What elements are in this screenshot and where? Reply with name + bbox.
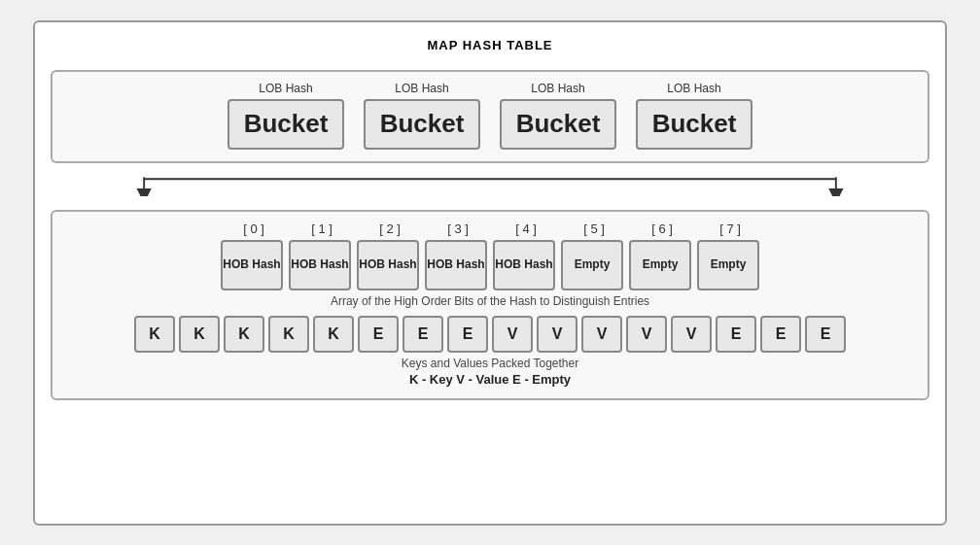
kv-cell-10: V <box>581 316 622 353</box>
lob-label-3: LOB Hash <box>667 82 720 95</box>
hob-index-3: [ 3 ] <box>427 221 489 236</box>
bottom-section: [ 0 ][ 1 ][ 2 ][ 3 ][ 4 ][ 5 ][ 6 ][ 7 ]… <box>51 210 929 400</box>
kv-cell-13: E <box>716 316 756 353</box>
kv-cell-8: V <box>492 316 533 353</box>
kv-cell-2: K <box>224 316 264 353</box>
hob-cell-6: Empty <box>629 240 691 290</box>
hob-index-7: [ 7 ] <box>699 221 761 236</box>
hob-cell-4: HOB Hash <box>493 240 555 290</box>
lob-label-2: LOB Hash <box>531 82 584 95</box>
hob-index-2: [ 2 ] <box>359 221 421 236</box>
bucket-group-3: LOB HashBucket <box>636 82 752 150</box>
hob-indices: [ 0 ][ 1 ][ 2 ][ 3 ][ 4 ][ 5 ][ 6 ][ 7 ] <box>219 221 761 236</box>
hob-description: Array of the High Order Bits of the Hash… <box>331 294 649 308</box>
bucket-box-2: Bucket <box>500 99 616 150</box>
main-container: MAP HASH TABLE LOB HashBucketLOB HashBuc… <box>33 20 947 526</box>
kv-description: Keys and Values Packed Together <box>402 357 578 370</box>
hob-index-6: [ 6 ] <box>631 221 693 236</box>
hob-cell-7: Empty <box>697 240 759 290</box>
kv-cell-15: E <box>805 316 846 353</box>
bucket-group-1: LOB HashBucket <box>364 82 480 150</box>
lob-label-0: LOB Hash <box>259 82 312 95</box>
kv-cell-6: E <box>402 316 443 353</box>
map-hash-title: MAP HASH TABLE <box>51 38 929 52</box>
buckets-section: LOB HashBucketLOB HashBucketLOB HashBuck… <box>51 70 929 163</box>
kv-cell-4: K <box>313 316 354 353</box>
kv-cell-0: K <box>134 316 175 353</box>
kv-row-container: KKKKKEEEVVVVVEEE Keys and Values Packed … <box>68 316 912 387</box>
hob-index-4: [ 4 ] <box>495 221 557 236</box>
hob-cell-2: HOB Hash <box>357 240 419 290</box>
hob-index-5: [ 5 ] <box>563 221 625 236</box>
kv-cell-11: V <box>626 316 667 353</box>
hob-index-1: [ 1 ] <box>291 221 353 236</box>
kv-legend: K - Key V - Value E - Empty <box>409 372 571 387</box>
kv-cell-3: K <box>268 316 309 353</box>
hob-cell-3: HOB Hash <box>425 240 487 290</box>
bucket-box-0: Bucket <box>228 99 344 150</box>
kv-cell-5: E <box>358 316 399 353</box>
kv-cell-14: E <box>760 316 801 353</box>
hob-cell-1: HOB Hash <box>289 240 351 290</box>
hob-index-0: [ 0 ] <box>223 221 285 236</box>
hob-cell-0: HOB Hash <box>221 240 283 290</box>
kv-cell-12: V <box>671 316 712 353</box>
kv-cell-9: V <box>537 316 578 353</box>
hob-row-container: [ 0 ][ 1 ][ 2 ][ 3 ][ 4 ][ 5 ][ 6 ][ 7 ]… <box>68 221 912 308</box>
kv-cell-1: K <box>179 316 220 353</box>
kv-cell-7: E <box>447 316 488 353</box>
lob-label-1: LOB Hash <box>395 82 448 95</box>
bucket-box-3: Bucket <box>636 99 752 150</box>
bucket-group-2: LOB HashBucket <box>500 82 616 150</box>
kv-cells: KKKKKEEEVVVVVEEE <box>134 316 846 353</box>
bucket-box-1: Bucket <box>364 99 480 150</box>
hob-cell-5: Empty <box>561 240 623 290</box>
arrow-area <box>51 177 929 196</box>
hob-cells: HOB HashHOB HashHOB HashHOB HashHOB Hash… <box>221 240 759 290</box>
bucket-group-0: LOB HashBucket <box>228 82 344 150</box>
